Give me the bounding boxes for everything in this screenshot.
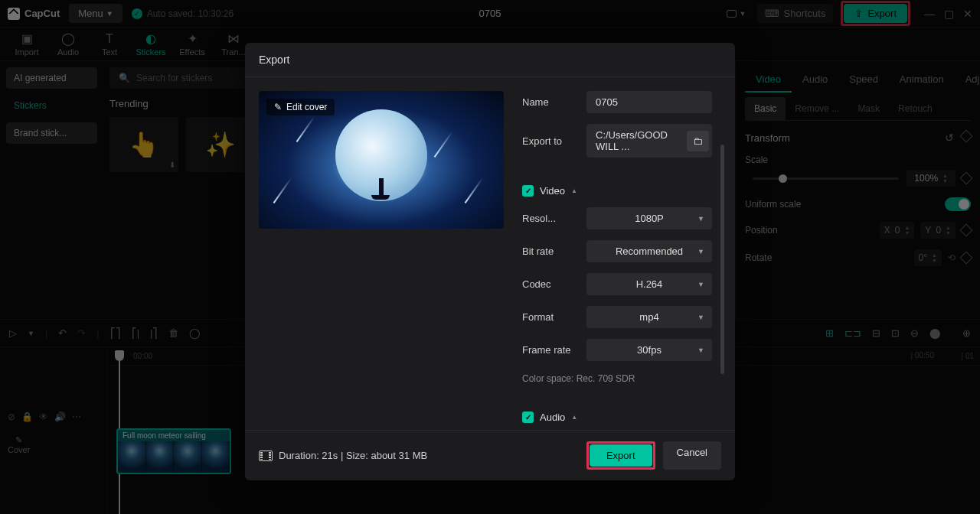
film-icon: [259, 451, 273, 461]
resolution-select[interactable]: 1080P▼: [586, 207, 712, 229]
export-confirm-button[interactable]: Export: [590, 444, 652, 467]
colorspace-info: Color space: Rec. 709 SDR: [522, 373, 712, 384]
chevron-down-icon: ▼: [697, 215, 704, 223]
chevron-down-icon: ▼: [697, 314, 704, 321]
bitrate-select[interactable]: Recommended▼: [586, 240, 712, 262]
format-label: Format: [522, 311, 577, 323]
chevron-down-icon: ▼: [697, 281, 704, 288]
framerate-label: Frame rate: [522, 344, 577, 356]
pencil-icon: ✎: [274, 102, 282, 112]
format-select[interactable]: mp4▼: [586, 306, 712, 328]
framerate-select[interactable]: 30fps▼: [586, 339, 712, 361]
bitrate-label: Bit rate: [522, 246, 577, 257]
export-modal: Export ✎ Edit cover Name 0705: [245, 43, 735, 480]
scrollbar[interactable]: [720, 145, 724, 374]
modal-preview-column: ✎ Edit cover: [259, 91, 504, 416]
codec-label: Codec: [522, 278, 577, 290]
checkbox-checked-icon[interactable]: ✓: [522, 412, 534, 423]
resolution-label: Resol...: [522, 213, 577, 224]
modal-form: Name 0705 Export to C:/Users/GOOD WILL .…: [522, 91, 721, 416]
name-label: Name: [522, 96, 577, 108]
exportto-input[interactable]: C:/Users/GOOD WILL ... 🗀: [586, 124, 712, 158]
codec-select[interactable]: H.264▼: [586, 273, 712, 295]
checkbox-checked-icon[interactable]: ✓: [522, 185, 534, 197]
collapse-icon[interactable]: ▲: [571, 187, 577, 194]
folder-icon[interactable]: 🗀: [687, 131, 709, 151]
modal-title: Export: [245, 43, 735, 77]
cover-preview: ✎ Edit cover: [259, 91, 504, 229]
edit-cover-button[interactable]: ✎ Edit cover: [266, 99, 335, 115]
chevron-down-icon: ▼: [697, 248, 704, 255]
chevron-down-icon: ▼: [697, 346, 704, 354]
exportto-label: Export to: [522, 135, 577, 147]
name-input[interactable]: 0705: [586, 91, 712, 113]
collapse-icon[interactable]: ▲: [571, 414, 577, 421]
cancel-button[interactable]: Cancel: [663, 441, 721, 470]
modal-footer: Duration: 21s | Size: about 31 MB Export…: [245, 430, 735, 480]
export-confirm-highlight: Export: [586, 441, 655, 470]
audio-section-toggle[interactable]: ✓ Audio ▲: [522, 412, 712, 423]
sailboat-graphic: [379, 178, 384, 197]
video-section-toggle[interactable]: ✓ Video ▲: [522, 185, 712, 197]
duration-info: Duration: 21s | Size: about 31 MB: [259, 450, 427, 461]
